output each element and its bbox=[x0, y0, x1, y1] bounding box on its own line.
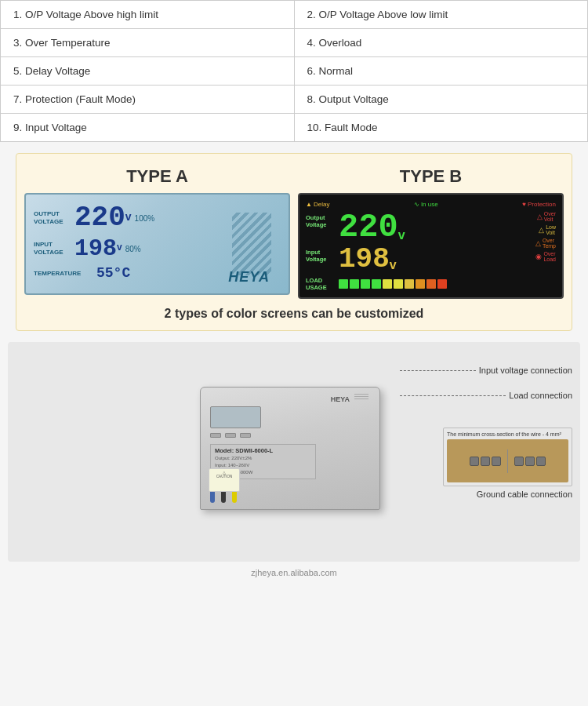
terminal-group-2 bbox=[514, 457, 546, 466]
terminal-group-1 bbox=[470, 457, 501, 466]
type-b-input-label: InputVoltage bbox=[306, 249, 339, 263]
type-b-output-unit: v bbox=[398, 228, 405, 242]
device-screen bbox=[210, 406, 261, 428]
load-bar-0 bbox=[339, 279, 348, 289]
type-a-output-label: OUTPUTVOLTAGE bbox=[34, 210, 74, 225]
type-b-output-label: OutputVoltage bbox=[306, 214, 339, 228]
load-bar-6 bbox=[405, 279, 414, 289]
type-a-input-percent: 80% bbox=[125, 245, 141, 253]
type-a-screen: OUTPUTVOLTAGE 220v 100% INPUTVOLTAGE 198… bbox=[24, 193, 290, 295]
terminal-screw-3 bbox=[492, 457, 501, 466]
table-cell-4-0: 9. Input Voltage bbox=[1, 114, 295, 142]
type-b-output-section: OutputVoltage 220 v InputVoltage 198 v L… bbox=[306, 211, 556, 291]
callout-line-2 bbox=[400, 395, 506, 396]
table-cell-2-1: 6. Normal bbox=[294, 57, 588, 86]
ground-cable-label: Ground cable connection bbox=[443, 489, 572, 499]
device-grill bbox=[354, 394, 368, 399]
device-btn-1 bbox=[210, 433, 221, 438]
type-a-temp-label: TEMPERATURE bbox=[34, 270, 96, 277]
terminal-box: The minimum cross-section of the wire - … bbox=[443, 428, 572, 486]
table-cell-3-1: 8. Output Voltage bbox=[294, 86, 588, 114]
device-buttons bbox=[210, 433, 370, 438]
device-brand: HEYA bbox=[210, 395, 370, 403]
device-warning-label: △CAUTION bbox=[209, 468, 240, 492]
warn-over-load: ◉OverLoad bbox=[535, 251, 556, 262]
type-a-input-label: INPUTVOLTAGE bbox=[34, 241, 74, 256]
table-cell-2-0: 5. Delay Voltage bbox=[1, 57, 295, 86]
type-a-box: TYPE A OUTPUTVOLTAGE 220v 100% INPUTVOLT… bbox=[24, 166, 290, 299]
terminal-screw-5 bbox=[525, 457, 535, 466]
terminal-divider bbox=[507, 449, 508, 473]
type-b-output-row: OutputVoltage 220 v bbox=[306, 211, 535, 244]
type-b-load-bars bbox=[339, 279, 535, 289]
type-b-load-label: LOADUSAGE bbox=[306, 277, 339, 291]
warn-over-volt: △OverVolt bbox=[537, 211, 556, 222]
type-section: TYPE A OUTPUTVOLTAGE 220v 100% INPUTVOLT… bbox=[16, 153, 572, 331]
table-cell-1-1: 4. Overload bbox=[294, 29, 588, 57]
callout-input-voltage: Input voltage connection bbox=[400, 366, 572, 375]
type-b-input-value: 198 bbox=[339, 246, 390, 274]
terminal-screw-4 bbox=[514, 457, 524, 466]
device-btn-3 bbox=[240, 433, 251, 438]
device-model: Model: SDWII-6000-L bbox=[215, 447, 311, 454]
product-section: HEYA Model: SDWII-6000-L Output: 220V±2%… bbox=[8, 342, 580, 562]
type-b-box: TYPE B ▲ Delay ∿ In use ♥ Protection Out… bbox=[298, 166, 564, 299]
callout-input-voltage-text: Input voltage connection bbox=[479, 366, 572, 375]
terminal-visual bbox=[447, 439, 568, 482]
callout-load-connection: Load connection bbox=[400, 391, 572, 400]
table-cell-1-0: 3. Over Temperature bbox=[1, 29, 295, 57]
load-bar-2 bbox=[361, 279, 370, 289]
load-bar-4 bbox=[383, 279, 392, 289]
type-b-status-row: ▲ Delay ∿ In use ♥ Protection bbox=[306, 201, 556, 208]
type-b-warnings: △OverVolt △LowVolt △OverTemp ◉OverLoad bbox=[535, 211, 556, 262]
type-b-load-row: LOADUSAGE bbox=[306, 277, 535, 291]
type-a-output-value: 220v bbox=[74, 204, 132, 232]
type-b-inuse-status: ∿ In use bbox=[414, 201, 438, 208]
device-btn-2 bbox=[225, 433, 236, 438]
watermark: zjheya.en.alibaba.com bbox=[0, 562, 588, 580]
type-b-input-row: InputVoltage 198 v bbox=[306, 246, 535, 274]
terminal-screw-1 bbox=[470, 457, 479, 466]
table-cell-0-1: 2. O/P Voltage Above low limit bbox=[294, 1, 588, 29]
callout-labels: Input voltage connection Load connection bbox=[400, 366, 572, 400]
load-bar-5 bbox=[394, 279, 403, 289]
type-b-left-panel: OutputVoltage 220 v InputVoltage 198 v L… bbox=[306, 211, 535, 291]
load-bar-1 bbox=[350, 279, 359, 289]
type-b-protection-status: ♥ Protection bbox=[522, 201, 556, 208]
warn-over-temp: △OverTemp bbox=[535, 238, 556, 249]
load-bar-3 bbox=[372, 279, 381, 289]
type-a-input-value: 198v bbox=[74, 237, 122, 260]
load-bar-9 bbox=[437, 279, 447, 289]
type-row: TYPE A OUTPUTVOLTAGE 220v 100% INPUTVOLT… bbox=[24, 166, 564, 299]
type-a-brand: HEYA bbox=[228, 269, 270, 286]
type-b-screen: ▲ Delay ∿ In use ♥ Protection OutputVolt… bbox=[298, 193, 564, 299]
type-b-delay-status: ▲ Delay bbox=[306, 201, 329, 208]
type-b-output-value: 220 bbox=[339, 211, 398, 244]
device-illustration: HEYA Model: SDWII-6000-L Output: 220V±2%… bbox=[200, 387, 404, 510]
table-cell-3-0: 7. Protection (Fault Mode) bbox=[1, 86, 295, 114]
callout-line-1 bbox=[400, 370, 476, 371]
type-b-label: TYPE B bbox=[298, 166, 564, 187]
callout-load-text: Load connection bbox=[509, 391, 572, 400]
type-caption: 2 types of color screens can be customiz… bbox=[40, 307, 548, 321]
table-cell-4-1: 10. Fault Mode bbox=[294, 114, 588, 142]
terminal-caption: The minimum cross-section of the wire - … bbox=[447, 431, 568, 437]
terminal-area: The minimum cross-section of the wire - … bbox=[443, 428, 572, 499]
type-a-label: TYPE A bbox=[24, 166, 290, 187]
warn-low-volt: △LowVolt bbox=[539, 224, 556, 235]
stripe-decoration bbox=[232, 213, 271, 275]
terminal-screw-2 bbox=[481, 457, 490, 466]
terminal-screw-6 bbox=[536, 457, 546, 466]
info-table: 1. O/P Voltage Above high limit2. O/P Vo… bbox=[0, 0, 588, 142]
type-a-temp-value: 55°C bbox=[96, 265, 130, 281]
table-cell-0-0: 1. O/P Voltage Above high limit bbox=[1, 1, 295, 29]
device-body: HEYA Model: SDWII-6000-L Output: 220V±2%… bbox=[200, 387, 380, 510]
type-a-output-percent: 100% bbox=[135, 214, 155, 223]
type-b-input-unit: v bbox=[390, 258, 397, 272]
load-bar-7 bbox=[416, 279, 425, 289]
load-bar-8 bbox=[426, 279, 436, 289]
